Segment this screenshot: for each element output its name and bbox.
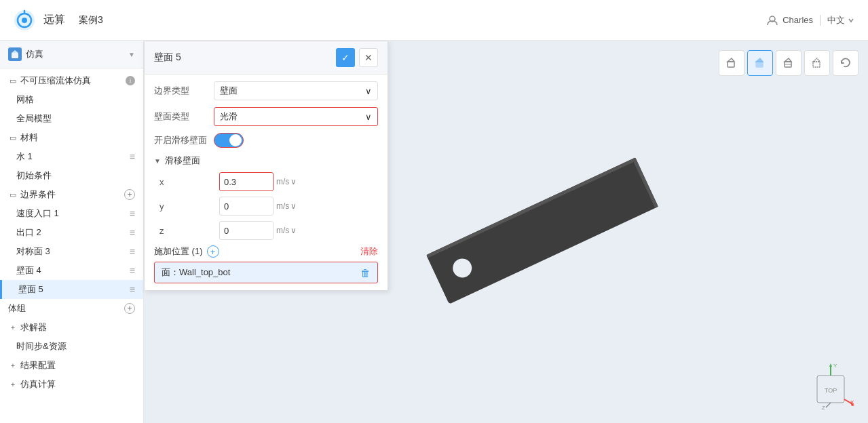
sidebar-item-velocity-inlet[interactable]: 速度入口 1 ≡ xyxy=(0,204,143,223)
expand-icon: + xyxy=(8,323,18,331)
sidebar-item-materials[interactable]: ▭ 材料 xyxy=(0,128,143,147)
boundary-type-select[interactable]: 壁面 ∨ xyxy=(214,81,378,100)
wall-type-value: 光滑 xyxy=(220,110,238,123)
y-unit: m/s xyxy=(276,201,289,211)
svg-text:TOP: TOP xyxy=(825,387,837,394)
node-label: 初始条件 xyxy=(16,169,135,182)
z-input[interactable] xyxy=(219,221,273,240)
sidebar-item-wall4[interactable]: 壁面 4 ≡ xyxy=(0,261,143,280)
tree-section: ▭ 不可压缩流体仿真 i 网格 全局模型 ▭ 材料 水 1 ≡ xyxy=(0,68,143,397)
y-input[interactable] xyxy=(219,197,273,216)
x-input[interactable] xyxy=(219,172,273,191)
user-name: Charles xyxy=(782,15,813,25)
boundary-type-value-wrap: 壁面 ∨ xyxy=(214,81,378,100)
panel-body: 边界类型 壁面 ∨ 壁面类型 光滑 ∨ xyxy=(145,75,388,290)
chevron-down-icon xyxy=(848,17,854,24)
sliding-wall-value-wrap xyxy=(214,133,378,148)
sidebar-item-incompressible[interactable]: ▭ 不可压缩流体仿真 i xyxy=(0,71,143,90)
language-selector[interactable]: 中文 xyxy=(827,14,854,26)
expand-icon: + xyxy=(8,361,18,369)
boundary-type-row: 边界类型 壁面 ∨ xyxy=(154,81,378,100)
close-button[interactable]: ✕ xyxy=(359,48,378,67)
add-body-group-icon[interactable]: + xyxy=(124,303,135,314)
wall-type-select[interactable]: 光滑 ∨ xyxy=(214,107,378,126)
node-label: 速度入口 1 xyxy=(16,207,127,220)
user-info[interactable]: Charles xyxy=(766,14,813,26)
svg-marker-6 xyxy=(12,50,18,53)
menu-icon: ≡ xyxy=(130,151,135,162)
node-label: 不可压缩流体仿真 xyxy=(20,75,123,87)
face-item: 面：Wall_top_bot 🗑 xyxy=(154,262,378,283)
sidebar-item-timestep[interactable]: 时间步&资源 xyxy=(0,337,143,356)
sidebar-item-result-config[interactable]: + 结果配置 xyxy=(0,356,143,375)
svg-marker-16 xyxy=(813,58,820,62)
viewport-btn-wireframe-solid[interactable] xyxy=(776,50,801,76)
svg-rect-7 xyxy=(728,62,734,67)
sidebar-collapse-icon[interactable]: ▼ xyxy=(128,51,135,58)
y-value-wrap: m/s ∨ xyxy=(219,197,378,216)
case-label: 案例3 xyxy=(79,14,103,26)
clear-link[interactable]: 清除 xyxy=(360,245,378,258)
sidebar-item-outlet[interactable]: 出口 2 ≡ xyxy=(0,223,143,242)
viewport-btn-reset[interactable] xyxy=(833,50,858,76)
x-label: x xyxy=(159,177,214,187)
sidebar-header: 仿真 ▼ xyxy=(0,41,143,68)
z-value-wrap: m/s ∨ xyxy=(219,221,378,240)
node-label: 壁面 5 xyxy=(18,283,127,296)
sliding-section-header[interactable]: ▼ 滑移壁面 xyxy=(154,155,378,167)
apply-label: 施加位置 (1) xyxy=(154,245,203,258)
y-unit-wrap: m/s ∨ xyxy=(276,201,297,211)
x-unit-wrap: m/s ∨ xyxy=(276,177,297,186)
viewport-btn-perspective[interactable] xyxy=(719,50,744,76)
z-unit: m/s xyxy=(276,226,289,235)
sidebar-item-symmetry[interactable]: 对称面 3 ≡ xyxy=(0,242,143,261)
sidebar-item-boundary[interactable]: ▭ 边界条件 + xyxy=(0,185,143,204)
node-label: 材料 xyxy=(20,132,135,144)
viewport-btn-solid[interactable] xyxy=(747,50,773,76)
y-label: y xyxy=(159,201,214,212)
z-row: z m/s ∨ xyxy=(159,221,378,240)
node-label: 对称面 3 xyxy=(16,245,127,258)
sliding-wall-toggle[interactable] xyxy=(214,133,244,148)
sidebar-item-global-model[interactable]: 全局模型 xyxy=(0,109,143,128)
info-icon: i xyxy=(126,76,135,85)
sidebar-item-wall5[interactable]: 壁面 5 ≡ xyxy=(0,280,143,299)
add-face-button[interactable]: + xyxy=(207,245,219,258)
sliding-section-label: 滑移壁面 xyxy=(165,155,200,167)
expand-icon: ▭ xyxy=(8,77,18,85)
main-layout: 仿真 ▼ ▭ 不可压缩流体仿真 i 网格 全局模型 ▭ 材料 xyxy=(0,41,868,423)
svg-marker-14 xyxy=(785,58,791,62)
apply-section: 施加位置 (1) + 清除 面：Wall_top_bot 🗑 xyxy=(154,245,378,283)
sidebar-item-sim-compute[interactable]: + 仿真计算 xyxy=(0,375,143,394)
svg-point-2 xyxy=(22,18,27,23)
wall-type-arrow: ∨ xyxy=(365,112,372,122)
collapsible-arrow-icon: ▼ xyxy=(154,157,161,165)
node-label: 求解器 xyxy=(20,321,135,334)
sidebar-item-solver[interactable]: + 求解器 xyxy=(0,318,143,337)
app-title: 远算 xyxy=(43,13,65,27)
delete-face-icon[interactable]: 🗑 xyxy=(360,267,371,279)
node-label: 结果配置 xyxy=(20,359,135,371)
panel-title: 壁面 5 xyxy=(154,52,181,64)
expand-icon: + xyxy=(8,380,18,388)
viewport-toolbar xyxy=(719,50,858,76)
3d-shape-svg xyxy=(413,129,671,333)
expand-icon: ▭ xyxy=(8,134,18,142)
menu-icon: ≡ xyxy=(130,284,135,295)
menu-icon: ≡ xyxy=(130,265,135,276)
boundary-type-arrow: ∨ xyxy=(365,86,372,96)
sidebar-item-water[interactable]: 水 1 ≡ xyxy=(0,147,143,166)
sidebar-item-initial-condition[interactable]: 初始条件 xyxy=(0,166,143,185)
confirm-button[interactable]: ✓ xyxy=(336,48,355,67)
sidebar-item-mesh[interactable]: 网格 xyxy=(0,90,143,109)
node-label: 时间步&资源 xyxy=(16,340,135,352)
sliding-wall-row: 开启滑移壁面 xyxy=(154,133,378,148)
face-label: 面：Wall_top_bot xyxy=(162,266,230,279)
svg-text:Z: Z xyxy=(822,405,825,409)
node-label: 边界条件 xyxy=(20,188,121,201)
sidebar-title-wrap: 仿真 xyxy=(8,47,43,61)
add-boundary-icon[interactable]: + xyxy=(124,189,135,200)
y-unit-arrow: ∨ xyxy=(290,201,297,211)
viewport-btn-wireframe[interactable] xyxy=(804,50,830,76)
sidebar-item-body-group[interactable]: 体组 + xyxy=(0,299,143,318)
